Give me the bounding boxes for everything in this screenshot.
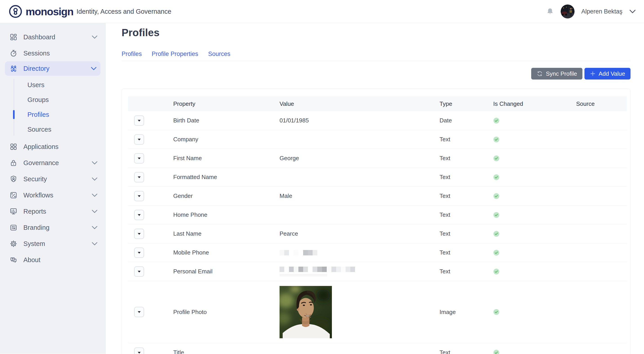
profile-photo	[280, 286, 332, 338]
workflows-icon	[10, 191, 18, 199]
sidebar-item-label: Workflows	[23, 192, 92, 199]
row-expand-button[interactable]	[134, 153, 144, 164]
cell-property: Last Name	[173, 230, 280, 237]
page-title: Profiles	[122, 26, 630, 39]
sidebar-item-about[interactable]: About	[0, 252, 106, 268]
cell-property: Profile Photo	[173, 309, 280, 316]
row-expand-button[interactable]	[134, 210, 144, 220]
table-row-last-name: Last NamePearceText	[128, 224, 627, 243]
is-changed-check-icon	[493, 309, 500, 315]
row-expand-button[interactable]	[134, 348, 144, 354]
table-row-first-name: First NameGeorgeText	[128, 149, 627, 168]
cell-type: Text	[440, 193, 493, 199]
is-changed-check-icon	[493, 231, 500, 237]
sidebar-item-dashboard[interactable]: Dashboard	[0, 29, 106, 45]
cell-type: Text	[440, 155, 493, 162]
is-changed-check-icon	[493, 174, 500, 180]
sessions-icon	[10, 49, 18, 57]
sidebar-item-profiles[interactable]: Profiles	[0, 107, 106, 122]
plus-icon	[590, 71, 596, 77]
chevron-down-icon	[91, 67, 96, 70]
table-row-personal-email: Personal EmailText	[128, 262, 627, 281]
chevron-down-icon	[92, 226, 97, 229]
caret-down-icon	[138, 176, 141, 178]
row-expand-button[interactable]	[134, 191, 144, 201]
column-header-type: Type	[440, 100, 493, 107]
cell-property: Birth Date	[173, 117, 280, 124]
sidebar-item-branding[interactable]: Branding	[0, 219, 106, 236]
caret-down-icon	[138, 138, 141, 141]
caret-down-icon	[138, 195, 141, 197]
cell-is-changed	[493, 174, 576, 180]
sidebar-item-system[interactable]: System	[0, 236, 106, 252]
row-expand-button[interactable]	[134, 248, 144, 258]
row-expand-button[interactable]	[134, 266, 144, 277]
cell-value	[280, 250, 440, 255]
row-expand-button[interactable]	[134, 307, 144, 317]
cell-value	[280, 267, 440, 277]
reports-icon	[10, 207, 18, 215]
chevron-down-icon	[92, 210, 97, 213]
cell-value: Male	[280, 193, 440, 199]
cell-is-changed	[493, 350, 576, 354]
cell-type: Text	[440, 136, 493, 143]
caret-down-icon	[138, 311, 141, 313]
cell-property: Company	[173, 136, 280, 143]
brand-logo[interactable]: monosign	[8, 4, 74, 18]
column-header-property: Property	[173, 100, 280, 107]
cell-is-changed	[493, 155, 576, 161]
add-value-button[interactable]: Add Value	[584, 68, 630, 79]
row-expand-button[interactable]	[134, 134, 144, 145]
system-icon	[10, 240, 18, 248]
tab-profile-properties[interactable]: Profile Properties	[152, 50, 198, 58]
cell-is-changed	[493, 268, 576, 275]
user-name[interactable]: Alperen Bektaş	[581, 8, 622, 15]
cell-is-changed	[493, 250, 576, 256]
is-changed-check-icon	[493, 350, 500, 354]
chevron-down-icon	[92, 242, 97, 245]
sidebar-item-label: Dashboard	[23, 33, 92, 41]
row-expand-button[interactable]	[134, 172, 144, 182]
cell-is-changed	[493, 231, 576, 237]
table-body: Birth Date01/01/1985DateCompanyTextFirst…	[128, 111, 627, 354]
column-header-is-changed: Is Changed	[493, 100, 576, 107]
is-changed-check-icon	[493, 268, 500, 275]
cell-type: Text	[440, 349, 493, 354]
branding-icon	[10, 224, 18, 232]
cell-type: Text	[440, 249, 493, 256]
notifications-bell-icon[interactable]	[546, 7, 554, 16]
cell-value: Pearce	[280, 230, 440, 237]
monosign-keyhole-icon	[8, 4, 22, 18]
row-expand-button[interactable]	[134, 229, 144, 239]
cell-is-changed	[493, 117, 576, 124]
cell-is-changed	[493, 309, 576, 315]
sync-profile-button[interactable]: Sync Profile	[531, 68, 582, 79]
sidebar-item-governance[interactable]: Governance	[0, 155, 106, 171]
sidebar-item-label: System	[23, 240, 92, 248]
tab-sources[interactable]: Sources	[208, 50, 230, 58]
cell-value-text: George	[280, 155, 299, 161]
brand-tagline: Identity, Access and Governance	[76, 8, 172, 15]
sidebar-item-workflows[interactable]: Workflows	[0, 187, 106, 203]
sidebar-item-label: Governance	[23, 159, 92, 167]
caret-down-icon	[138, 233, 141, 235]
cell-property: Mobile Phone	[173, 249, 280, 256]
sidebar-item-directory[interactable]: Directory	[5, 61, 100, 76]
sidebar-item-sources[interactable]: Sources	[0, 122, 106, 137]
sidebar-subitem-label: Users	[28, 81, 44, 89]
row-expand-button[interactable]	[134, 115, 144, 126]
sidebar-item-sessions[interactable]: Sessions	[0, 45, 106, 61]
sidebar-item-groups[interactable]: Groups	[0, 92, 106, 107]
tab-profiles[interactable]: Profiles	[122, 50, 142, 58]
sidebar-item-users[interactable]: Users	[0, 77, 106, 92]
user-avatar[interactable]	[561, 4, 574, 18]
caret-down-icon	[138, 271, 141, 273]
sidebar-item-applications[interactable]: Applications	[0, 139, 106, 155]
cell-type: Text	[440, 230, 493, 237]
cell-value-text: 01/01/1985	[280, 117, 309, 124]
cell-property: Home Phone	[173, 211, 280, 218]
user-menu-chevron-down-icon[interactable]	[630, 10, 636, 13]
sidebar-item-reports[interactable]: Reports	[0, 203, 106, 219]
sidebar-item-security[interactable]: Security	[0, 171, 106, 187]
sync-profile-label: Sync Profile	[546, 70, 577, 77]
